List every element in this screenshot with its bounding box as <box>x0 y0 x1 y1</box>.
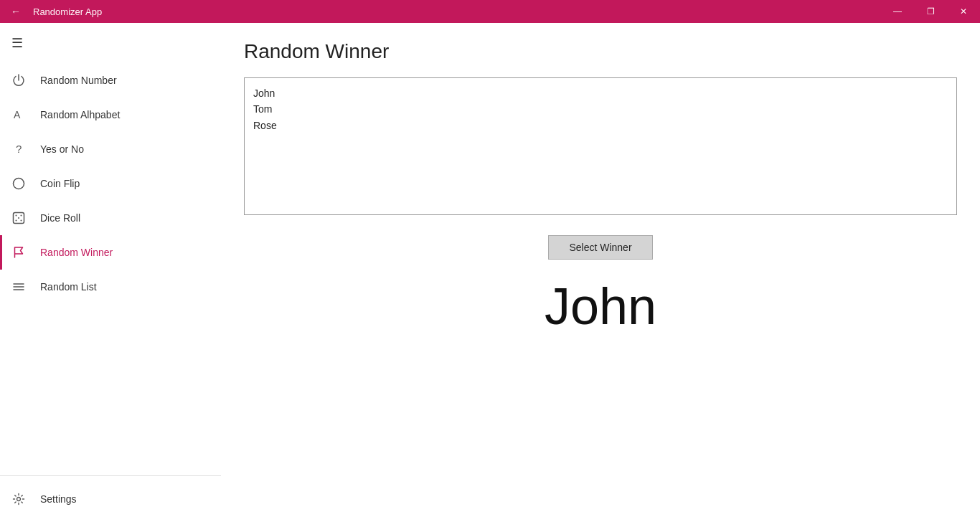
sidebar-item-random-winner-label: Random Winner <box>40 247 113 258</box>
main-content: Random Winner John Tom Rose Select Winne… <box>221 23 980 522</box>
sidebar-item-settings-label: Settings <box>40 493 77 505</box>
svg-point-5 <box>21 215 22 217</box>
svg-point-4 <box>16 215 17 217</box>
sidebar-nav: Random Number A Random Alhpabet ? Ye <box>0 63 221 475</box>
sidebar-item-random-alphabet[interactable]: A Random Alhpabet <box>0 98 221 132</box>
select-winner-button[interactable]: Select Winner <box>548 235 652 260</box>
svg-point-7 <box>21 220 22 222</box>
sidebar-item-yes-or-no[interactable]: ? Yes or No <box>0 132 221 166</box>
titlebar-title: Randomizer App <box>33 6 102 17</box>
svg-point-8 <box>18 217 19 219</box>
back-button[interactable]: ← <box>6 1 26 22</box>
titlebar-controls: — ❐ ✕ <box>881 0 980 23</box>
close-button[interactable]: ✕ <box>947 0 980 23</box>
select-winner-row: Select Winner <box>244 235 957 260</box>
sidebar-item-coin-flip-label: Coin Flip <box>40 178 80 189</box>
sidebar-item-random-list-label: Random List <box>40 281 97 293</box>
minimize-button[interactable]: — <box>881 0 914 23</box>
svg-text:?: ? <box>16 143 22 155</box>
names-textarea[interactable]: John Tom Rose <box>244 77 957 215</box>
sidebar-item-random-list[interactable]: Random List <box>0 270 221 304</box>
sidebar: ☰ Random Number A Random Alhpabe <box>0 23 221 522</box>
alpha-icon: A <box>11 108 26 122</box>
list-icon <box>11 280 26 294</box>
sidebar-item-random-alphabet-label: Random Alhpabet <box>40 109 120 120</box>
question-icon: ? <box>11 142 26 156</box>
maximize-button[interactable]: ❐ <box>914 0 947 23</box>
sidebar-header: ☰ <box>0 23 221 63</box>
sidebar-item-random-winner[interactable]: Random Winner <box>0 235 221 270</box>
dice-icon <box>11 211 26 225</box>
sidebar-item-dice-roll-label: Dice Roll <box>40 212 80 224</box>
titlebar: ← Randomizer App — ❐ ✕ <box>0 0 980 23</box>
svg-text:A: A <box>14 109 21 120</box>
svg-point-6 <box>16 220 17 222</box>
sidebar-item-random-number-label: Random Number <box>40 75 117 86</box>
sidebar-item-settings[interactable]: Settings <box>0 482 221 516</box>
sidebar-item-yes-or-no-label: Yes or No <box>40 143 84 155</box>
winner-display: John <box>244 277 957 336</box>
svg-point-2 <box>14 179 24 189</box>
sidebar-footer: Settings <box>0 475 221 522</box>
app-body: ☰ Random Number A Random Alhpabe <box>0 23 980 522</box>
power-icon <box>11 73 26 87</box>
sidebar-item-coin-flip[interactable]: Coin Flip <box>0 166 221 201</box>
gear-icon <box>11 492 26 506</box>
sidebar-item-dice-roll[interactable]: Dice Roll <box>0 201 221 235</box>
page-title: Random Winner <box>244 40 957 63</box>
svg-point-12 <box>17 498 21 501</box>
flag-icon <box>11 245 26 260</box>
circle-icon <box>11 176 26 191</box>
hamburger-menu-button[interactable]: ☰ <box>11 35 23 51</box>
sidebar-item-random-number[interactable]: Random Number <box>0 63 221 98</box>
titlebar-left: ← Randomizer App <box>6 1 102 22</box>
